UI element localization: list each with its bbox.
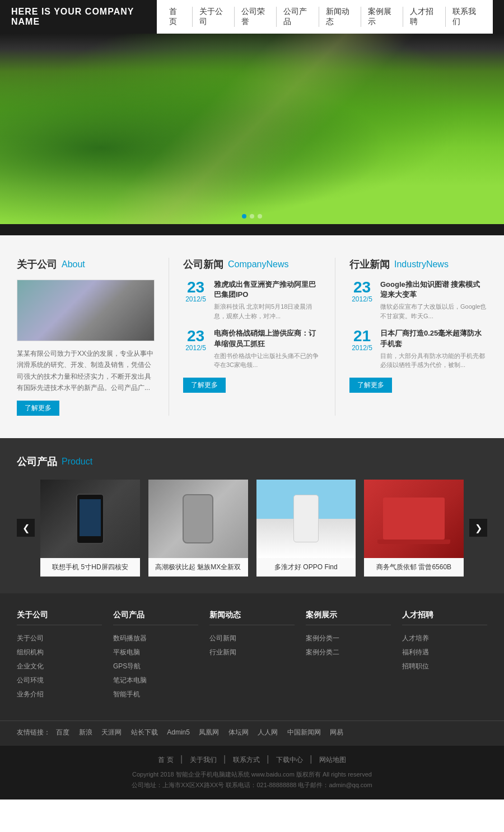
news-date-2: 23 2012/5 <box>183 328 208 352</box>
products-title: 公司产品 Product <box>17 455 487 468</box>
footer-col-jobs-title: 人才招聘 <box>402 610 487 625</box>
footer-col-news-title: 新闻动态 <box>209 610 295 625</box>
laptop-shape <box>383 498 445 540</box>
product-name-3: 多淮才好 OPPO Find <box>256 558 356 577</box>
friendly-link-9[interactable]: 网易 <box>330 728 343 736</box>
about-col: 关于公司 About 某某有限公司致力于XX业的发展，专业从事中润滑系统的研究、… <box>17 258 155 416</box>
product-image-4 <box>364 480 464 558</box>
nav-jobs[interactable]: 人才招聘 <box>403 7 445 27</box>
footer-col-news: 新闻动态 公司新闻 行业新闻 <box>209 610 295 704</box>
footer-link-news-1[interactable]: 行业新闻 <box>209 648 295 657</box>
company-news-item-2: 23 2012/5 电商价格战硝烟上游供应商：订单缩假员工抓狂 在图书价格战中让… <box>183 328 321 369</box>
banner-dot-3[interactable] <box>258 214 262 219</box>
footer-link-prod-0[interactable]: 数码播放器 <box>113 634 198 643</box>
footer-nav-4[interactable]: 网站地图 <box>319 756 346 764</box>
footer-nav-1[interactable]: 关于我们 <box>190 756 217 764</box>
footer-link-prod-3[interactable]: 笔记本电脑 <box>113 676 198 685</box>
product-name-4: 商务气质依郁 雷曾6560B <box>364 558 464 577</box>
footer-link-about-1[interactable]: 组织机构 <box>17 648 102 657</box>
product-item-2[interactable]: 高潮极状比起 魅族MX全新双 <box>148 480 248 577</box>
friendly-link-7[interactable]: 人人网 <box>258 728 278 736</box>
nav-products[interactable]: 公司产品 <box>277 7 319 27</box>
hero-overlay <box>0 34 504 224</box>
footer-link-jobs-2[interactable]: 招聘职位 <box>402 662 487 671</box>
footer-copyright: Copyright 2018 智能企业手机电脑建站系统 www.baidu.co… <box>17 769 487 780</box>
friendly-links-label: 友情链接： <box>17 728 50 736</box>
footer-bottom: 首 页 | 关于我们 | 联系方式 | 下载中心 | 网站地图 Copyrigh… <box>0 746 504 800</box>
hero-image <box>0 34 504 224</box>
company-news-item-1: 23 2012/5 雅虎或出售亚洲资产推动阿里巴巴集团IPO 新浪科技讯 北京时… <box>183 280 321 320</box>
product-image-2 <box>148 480 248 558</box>
footer-col-about: 关于公司 关于公司 组织机构 企业文化 公司环境 业务介绍 <box>17 610 102 704</box>
products-prev-btn[interactable]: ❮ <box>17 519 35 537</box>
friendly-link-0[interactable]: 百度 <box>56 728 69 736</box>
company-news-title: 公司新闻 CompanyNews <box>183 258 321 271</box>
product-name-1: 联想手机 5寸HD屏四核安 <box>40 558 140 577</box>
nav-home[interactable]: 首 页 <box>162 7 193 27</box>
banner-dot-2[interactable] <box>250 214 254 219</box>
main-nav: 首 页 关于公司 公司荣誉 公司产品 新闻动态 案例展示 人才招聘 联系我们 <box>157 0 493 34</box>
friendly-link-2[interactable]: 天涯网 <box>101 728 122 736</box>
footer-link-cases-1[interactable]: 案例分类二 <box>306 648 391 657</box>
footer-nav-0[interactable]: 首 页 <box>158 756 173 764</box>
nav-news[interactable]: 新闻动态 <box>319 7 361 27</box>
products-grid: 联想手机 5寸HD屏四核安 高潮极状比起 魅族MX全新双 多淮才好 OPPO F… <box>40 480 464 577</box>
footer-link-cases-0[interactable]: 案例分类一 <box>306 634 391 643</box>
product-image-1 <box>40 480 140 558</box>
products-section: 公司产品 Product ❮ 联想手机 5寸HD屏四核安 高潮极状比起 魅族MX… <box>0 438 504 593</box>
nav-about[interactable]: 关于公司 <box>193 7 235 27</box>
company-news-more-btn[interactable]: 了解更多 <box>183 378 226 393</box>
footer-nav-2[interactable]: 联系方式 <box>233 756 260 764</box>
industry-news-title: 行业新闻 IndustryNews <box>349 258 487 271</box>
friendly-link-1[interactable]: 新浪 <box>79 728 92 736</box>
nav-cases[interactable]: 案例展示 <box>361 7 403 27</box>
divider-2 <box>335 258 335 416</box>
info-section: 关于公司 About 某某有限公司致力于XX业的发展，专业从事中润滑系统的研究、… <box>0 235 504 438</box>
friendly-link-5[interactable]: 凤凰网 <box>199 728 219 736</box>
friendly-link-8[interactable]: 中国新闻网 <box>287 728 321 736</box>
news-date-1: 23 2012/5 <box>183 280 208 303</box>
industry-news-item-1: 23 2012/5 Google推出知识图谱 搜索模式迎来大变革 微软必应宣布了… <box>349 280 487 320</box>
products-wrapper: ❮ 联想手机 5寸HD屏四核安 高潮极状比起 魅族MX全新双 多淮才好 OPPO… <box>17 480 487 577</box>
about-more-btn[interactable]: 了解更多 <box>17 401 59 416</box>
footer-link-about-4[interactable]: 业务介绍 <box>17 690 102 699</box>
footer-col-cases-title: 案例展示 <box>306 610 391 625</box>
footer-link-prod-1[interactable]: 平板电脑 <box>113 648 198 657</box>
product-name-2: 高潮极状比起 魅族MX全新双 <box>148 558 248 577</box>
industry-news-col: 行业新闻 IndustryNews 23 2012/5 Google推出知识图谱… <box>349 258 487 416</box>
banner-dot-1[interactable] <box>242 214 246 219</box>
friendly-link-6[interactable]: 体坛网 <box>228 728 249 736</box>
footer-link-jobs-0[interactable]: 人才培养 <box>402 634 487 643</box>
friendly-link-3[interactable]: 站长下载 <box>131 728 158 736</box>
hero-banner <box>0 34 504 224</box>
nav-honor[interactable]: 公司荣誉 <box>235 7 277 27</box>
footer-nav-3[interactable]: 下载中心 <box>276 756 303 764</box>
friendly-link-4[interactable]: Admin5 <box>167 728 190 736</box>
footer-link-about-2[interactable]: 企业文化 <box>17 662 102 671</box>
footer-link-news-0[interactable]: 公司新闻 <box>209 634 295 643</box>
footer-link-prod-2[interactable]: GPS导航 <box>113 662 198 671</box>
header: HERE IS YOUR COMPANY NAME 首 页 关于公司 公司荣誉 … <box>0 0 504 34</box>
product-item-1[interactable]: 联想手机 5寸HD屏四核安 <box>40 480 140 577</box>
footer-col-cases: 案例展示 案例分类一 案例分类二 <box>306 610 391 704</box>
product-item-3[interactable]: 多淮才好 OPPO Find <box>256 480 356 577</box>
footer-link-about-3[interactable]: 公司环境 <box>17 676 102 685</box>
footer-link-about-0[interactable]: 关于公司 <box>17 634 102 643</box>
industry-news-more-btn[interactable]: 了解更多 <box>349 378 392 393</box>
phone-shape-3 <box>293 495 319 542</box>
product-item-4[interactable]: 商务气质依郁 雷曾6560B <box>364 480 464 577</box>
footer-link-prod-4[interactable]: 智能手机 <box>113 690 198 699</box>
dark-separator <box>0 224 504 235</box>
nav-contact[interactable]: 联系我们 <box>446 7 487 27</box>
friendly-links: 友情链接： 百度 新浪 天涯网 站长下载 Admin5 凤凰网 体坛网 人人网 … <box>0 721 504 746</box>
footer-link-jobs-1[interactable]: 福利待遇 <box>402 648 487 657</box>
about-text: 某某有限公司致力于XX业的发展，专业从事中润滑系统的研究、开发、制造及销售，凭借… <box>17 348 155 394</box>
products-next-btn[interactable]: ❯ <box>469 519 487 537</box>
footer-col-products: 公司产品 数码播放器 平板电脑 GPS导航 笔记本电脑 智能手机 <box>113 610 198 704</box>
industry-news-item-2: 21 2012/5 日本厂商打造0.25毫米超薄防水手机套 目前，大部分具有防水… <box>349 328 487 369</box>
industry-date-1: 23 2012/5 <box>349 280 375 303</box>
footer-bottom-nav: 首 页 | 关于我们 | 联系方式 | 下载中心 | 网站地图 <box>17 754 487 765</box>
industry-date-2: 21 2012/5 <box>349 328 375 352</box>
phone-shape-1 <box>76 494 104 544</box>
about-title: 关于公司 About <box>17 258 155 271</box>
